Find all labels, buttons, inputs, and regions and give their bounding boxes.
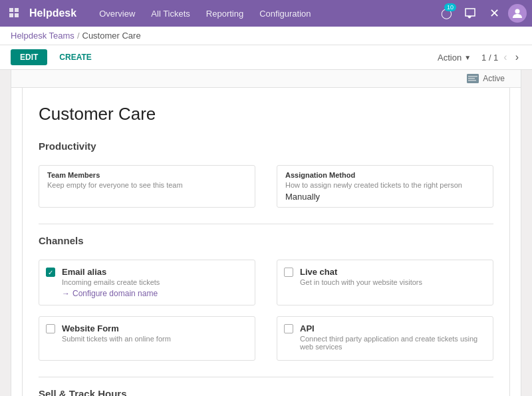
- channel-api-name: API: [300, 323, 486, 333]
- channels-section: Channels Email alias Incoming emails cre…: [39, 235, 493, 361]
- sell-track-section-title: Sell & Track Hours: [39, 388, 493, 396]
- divider-1: [39, 224, 493, 224]
- assignation-label: Assignation Method: [285, 171, 485, 179]
- team-members-label: Team Members: [47, 171, 247, 179]
- channel-live-chat-checkbox[interactable]: [284, 268, 293, 277]
- productivity-fields: Team Members Keep empty for everyone to …: [39, 165, 493, 208]
- app-name: Helpdesk: [29, 7, 76, 19]
- status-bar: Active: [11, 70, 521, 88]
- status-badge[interactable]: Active: [467, 74, 505, 83]
- divider-2: [39, 377, 493, 377]
- main-content: Customer Care Productivity Team Members …: [22, 88, 510, 396]
- channel-email-link-text: Configure domain name: [72, 289, 158, 298]
- edit-button[interactable]: EDIT: [11, 49, 47, 65]
- status-label: Active: [483, 74, 505, 83]
- nav-reporting[interactable]: Reporting: [200, 6, 250, 21]
- close-btn[interactable]: ✕: [484, 3, 504, 23]
- arrow-right-icon: →: [62, 289, 70, 298]
- nav-configuration[interactable]: Configuration: [253, 6, 317, 21]
- channels-grid: Email alias Incoming emails create ticke…: [39, 260, 493, 361]
- create-button[interactable]: CREATE: [53, 49, 98, 65]
- svg-point-4: [515, 9, 520, 14]
- grid-menu-icon[interactable]: [5, 4, 24, 23]
- channel-api-checkbox[interactable]: [284, 324, 293, 333]
- action-dropdown-arrow: ▼: [464, 54, 471, 61]
- nav-all-tickets[interactable]: All Tickets: [144, 6, 197, 21]
- channel-website-form: Website Form Submit tickets with an onli…: [39, 316, 255, 361]
- breadcrumb-separator: /: [77, 31, 80, 41]
- channel-live-chat: Live chat Get in touch with your website…: [277, 260, 493, 305]
- breadcrumb-parent[interactable]: Helpdesk Teams: [11, 31, 74, 41]
- channel-email-checkbox[interactable]: [46, 268, 55, 277]
- pagination-prev[interactable]: ‹: [501, 50, 509, 65]
- channel-live-chat-info: Live chat Get in touch with your website…: [300, 267, 486, 298]
- productivity-section: Productivity Team Members Keep empty for…: [39, 140, 493, 208]
- team-members-field: Team Members Keep empty for everyone to …: [39, 165, 255, 208]
- channel-website-form-desc: Submit tickets with an online form: [62, 335, 248, 343]
- topbar-icons: ◯ 10 ✕: [436, 3, 527, 23]
- topbar-nav: Overview All Tickets Reporting Configura…: [92, 6, 431, 21]
- svg-rect-1: [15, 8, 19, 12]
- assignation-value: Manually: [285, 192, 485, 202]
- pagination: 1 / 1 ‹ ›: [481, 50, 521, 65]
- team-members-hint: Keep empty for everyone to see this team: [47, 181, 247, 189]
- toolbar: EDIT CREATE Action ▼ 1 / 1 ‹ ›: [0, 45, 532, 70]
- assignation-hint: How to assign newly created tickets to t…: [285, 181, 485, 189]
- notifications-btn[interactable]: ◯ 10: [436, 3, 456, 23]
- channel-email-link[interactable]: → Configure domain name: [62, 289, 248, 298]
- productivity-section-title: Productivity: [39, 140, 493, 154]
- channel-website-form-name: Website Form: [62, 323, 248, 333]
- status-icon: [467, 74, 479, 83]
- svg-rect-6: [468, 76, 477, 77]
- channels-section-title: Channels: [39, 235, 493, 249]
- avatar[interactable]: [508, 4, 527, 23]
- notification-badge: 10: [444, 3, 456, 11]
- channel-live-chat-name: Live chat: [300, 267, 486, 277]
- breadcrumb-current: Customer Care: [82, 31, 141, 41]
- channel-website-form-checkbox[interactable]: [46, 324, 55, 333]
- svg-rect-0: [9, 8, 13, 12]
- channel-email-info: Email alias Incoming emails create ticke…: [62, 267, 248, 298]
- pagination-next[interactable]: ›: [513, 50, 521, 65]
- pagination-info: 1 / 1: [481, 53, 498, 63]
- channel-email: Email alias Incoming emails create ticke…: [39, 260, 255, 305]
- svg-rect-7: [468, 78, 475, 79]
- channel-api: API Connect third party application and …: [277, 316, 493, 361]
- record-title: Customer Care: [39, 104, 493, 124]
- channel-live-chat-desc: Get in touch with your website visitors: [300, 278, 486, 286]
- action-label: Action: [438, 53, 462, 63]
- nav-overview[interactable]: Overview: [92, 6, 142, 21]
- svg-rect-2: [9, 13, 13, 17]
- action-dropdown[interactable]: Action ▼: [432, 50, 476, 65]
- sell-track-section: Sell & Track Hours: [39, 388, 493, 396]
- svg-rect-8: [468, 80, 476, 81]
- channel-website-form-info: Website Form Submit tickets with an onli…: [62, 323, 248, 353]
- assignation-field: Assignation Method How to assign newly c…: [277, 165, 493, 208]
- channel-email-desc: Incoming emails create tickets: [62, 278, 248, 286]
- breadcrumb: Helpdesk Teams / Customer Care: [0, 27, 532, 45]
- channel-email-name: Email alias: [62, 267, 248, 277]
- svg-rect-3: [15, 13, 19, 17]
- messages-btn[interactable]: [460, 3, 480, 23]
- topbar: Helpdesk Overview All Tickets Reporting …: [0, 0, 532, 27]
- channel-api-info: API Connect third party application and …: [300, 323, 486, 353]
- channel-api-desc: Connect third party application and crea…: [300, 335, 486, 351]
